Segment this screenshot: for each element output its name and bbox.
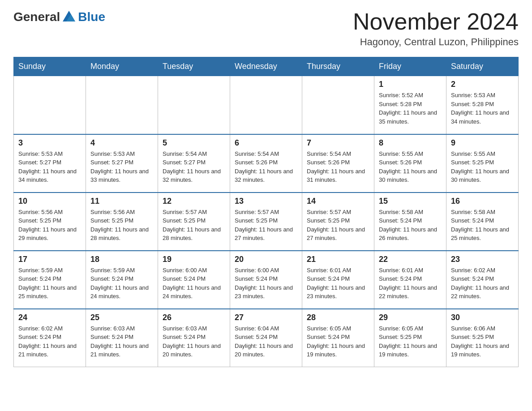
calendar-cell: 3Sunrise: 5:53 AMSunset: 5:27 PMDaylight…: [14, 134, 86, 193]
day-info: Sunrise: 6:00 AMSunset: 5:24 PMDaylight:…: [235, 266, 297, 301]
day-info: Sunrise: 5:56 AMSunset: 5:25 PMDaylight:…: [18, 208, 81, 243]
day-number: 4: [90, 138, 153, 148]
day-number: 20: [235, 255, 297, 264]
calendar-cell: 11Sunrise: 5:56 AMSunset: 5:25 PMDayligh…: [86, 193, 158, 251]
calendar-cell: 28Sunrise: 6:05 AMSunset: 5:24 PMDayligh…: [302, 309, 374, 367]
day-info: Sunrise: 5:58 AMSunset: 5:24 PMDaylight:…: [379, 208, 442, 243]
calendar-cell: 30Sunrise: 6:06 AMSunset: 5:25 PMDayligh…: [446, 309, 519, 367]
calendar-cell: 18Sunrise: 5:59 AMSunset: 5:24 PMDayligh…: [86, 251, 158, 309]
calendar-cell: 17Sunrise: 5:59 AMSunset: 5:24 PMDayligh…: [14, 251, 86, 309]
calendar-week-row: 1Sunrise: 5:52 AMSunset: 5:28 PMDaylight…: [14, 76, 519, 134]
day-info: Sunrise: 6:02 AMSunset: 5:24 PMDaylight:…: [451, 266, 514, 301]
day-info: Sunrise: 5:53 AMSunset: 5:27 PMDaylight:…: [18, 150, 81, 184]
calendar-week-row: 10Sunrise: 5:56 AMSunset: 5:25 PMDayligh…: [14, 193, 519, 251]
calendar-header-sunday: Sunday: [14, 57, 86, 76]
calendar-cell: 21Sunrise: 6:01 AMSunset: 5:24 PMDayligh…: [302, 251, 374, 309]
calendar-cell: 27Sunrise: 6:04 AMSunset: 5:24 PMDayligh…: [230, 309, 302, 367]
day-info: Sunrise: 5:57 AMSunset: 5:25 PMDaylight:…: [307, 208, 369, 243]
logo: General Blue: [13, 9, 105, 25]
day-number: 26: [163, 313, 225, 322]
calendar-cell: 25Sunrise: 6:03 AMSunset: 5:24 PMDayligh…: [86, 309, 158, 367]
day-number: 30: [451, 313, 514, 322]
day-info: Sunrise: 6:03 AMSunset: 5:24 PMDaylight:…: [163, 324, 225, 359]
day-number: 28: [307, 313, 369, 322]
title-section: November 2024 Hagonoy, Central Luzon, Ph…: [353, 9, 519, 48]
day-number: 5: [163, 138, 225, 148]
day-info: Sunrise: 5:56 AMSunset: 5:25 PMDaylight:…: [90, 208, 153, 243]
day-number: 8: [379, 138, 442, 148]
calendar-cell: 23Sunrise: 6:02 AMSunset: 5:24 PMDayligh…: [446, 251, 519, 309]
logo-blue: Blue: [78, 10, 105, 24]
location-subtitle: Hagonoy, Central Luzon, Philippines: [353, 36, 519, 48]
logo-icon: [61, 9, 77, 25]
calendar-header-friday: Friday: [374, 57, 446, 76]
calendar-cell: 13Sunrise: 5:57 AMSunset: 5:25 PMDayligh…: [230, 193, 302, 251]
day-number: 2: [451, 80, 514, 89]
calendar-cell: 15Sunrise: 5:58 AMSunset: 5:24 PMDayligh…: [374, 193, 446, 251]
day-number: 15: [379, 197, 442, 206]
day-number: 6: [235, 138, 297, 148]
day-info: Sunrise: 5:59 AMSunset: 5:24 PMDaylight:…: [90, 266, 153, 301]
day-info: Sunrise: 6:06 AMSunset: 5:25 PMDaylight:…: [451, 324, 514, 359]
calendar-header-row: SundayMondayTuesdayWednesdayThursdayFrid…: [14, 57, 519, 76]
day-info: Sunrise: 6:03 AMSunset: 5:24 PMDaylight:…: [90, 324, 153, 359]
day-number: 3: [18, 138, 81, 148]
calendar-header-tuesday: Tuesday: [158, 57, 230, 76]
day-number: 12: [163, 197, 225, 206]
day-number: 1: [379, 80, 442, 89]
day-number: 18: [90, 255, 153, 264]
day-info: Sunrise: 6:01 AMSunset: 5:24 PMDaylight:…: [307, 266, 369, 301]
day-number: 21: [307, 255, 369, 264]
day-info: Sunrise: 5:55 AMSunset: 5:26 PMDaylight:…: [379, 150, 442, 184]
day-info: Sunrise: 5:54 AMSunset: 5:26 PMDaylight:…: [235, 150, 297, 184]
calendar-cell: [14, 76, 86, 134]
calendar-week-row: 24Sunrise: 6:02 AMSunset: 5:24 PMDayligh…: [14, 309, 519, 367]
calendar-header-monday: Monday: [86, 57, 158, 76]
day-info: Sunrise: 6:02 AMSunset: 5:24 PMDaylight:…: [18, 324, 81, 359]
logo-general: General: [13, 10, 60, 24]
day-number: 22: [379, 255, 442, 264]
calendar-cell: 24Sunrise: 6:02 AMSunset: 5:24 PMDayligh…: [14, 309, 86, 367]
calendar-cell: 10Sunrise: 5:56 AMSunset: 5:25 PMDayligh…: [14, 193, 86, 251]
day-number: 23: [451, 255, 514, 264]
calendar-cell: 2Sunrise: 5:53 AMSunset: 5:28 PMDaylight…: [446, 76, 519, 134]
day-info: Sunrise: 5:55 AMSunset: 5:25 PMDaylight:…: [451, 150, 514, 184]
calendar-cell: 1Sunrise: 5:52 AMSunset: 5:28 PMDaylight…: [374, 76, 446, 134]
day-info: Sunrise: 6:00 AMSunset: 5:24 PMDaylight:…: [163, 266, 225, 301]
day-number: 11: [90, 197, 153, 206]
calendar-cell: 4Sunrise: 5:53 AMSunset: 5:27 PMDaylight…: [86, 134, 158, 193]
day-info: Sunrise: 5:54 AMSunset: 5:27 PMDaylight:…: [163, 150, 225, 184]
day-number: 29: [379, 313, 442, 322]
day-info: Sunrise: 5:59 AMSunset: 5:24 PMDaylight:…: [18, 266, 81, 301]
day-number: 14: [307, 197, 369, 206]
day-info: Sunrise: 5:54 AMSunset: 5:26 PMDaylight:…: [307, 150, 369, 184]
calendar-week-row: 17Sunrise: 5:59 AMSunset: 5:24 PMDayligh…: [14, 251, 519, 309]
calendar-cell: [86, 76, 158, 134]
calendar-cell: 12Sunrise: 5:57 AMSunset: 5:25 PMDayligh…: [158, 193, 230, 251]
day-info: Sunrise: 5:53 AMSunset: 5:28 PMDaylight:…: [451, 91, 514, 126]
day-info: Sunrise: 5:53 AMSunset: 5:27 PMDaylight:…: [90, 150, 153, 184]
calendar-header-wednesday: Wednesday: [230, 57, 302, 76]
page-header: General Blue November 2024 Hagonoy, Cent…: [13, 9, 519, 48]
calendar-cell: 8Sunrise: 5:55 AMSunset: 5:26 PMDaylight…: [374, 134, 446, 193]
day-number: 7: [307, 138, 369, 148]
day-info: Sunrise: 5:57 AMSunset: 5:25 PMDaylight:…: [235, 208, 297, 243]
day-number: 16: [451, 197, 514, 206]
day-number: 13: [235, 197, 297, 206]
day-number: 25: [90, 313, 153, 322]
day-info: Sunrise: 6:04 AMSunset: 5:24 PMDaylight:…: [235, 324, 297, 359]
calendar-cell: 20Sunrise: 6:00 AMSunset: 5:24 PMDayligh…: [230, 251, 302, 309]
calendar-cell: [302, 76, 374, 134]
day-number: 9: [451, 138, 514, 148]
calendar-table: SundayMondayTuesdayWednesdayThursdayFrid…: [13, 57, 519, 367]
day-info: Sunrise: 6:05 AMSunset: 5:25 PMDaylight:…: [379, 324, 442, 359]
calendar-cell: 16Sunrise: 5:58 AMSunset: 5:24 PMDayligh…: [446, 193, 519, 251]
day-number: 24: [18, 313, 81, 322]
calendar-cell: 22Sunrise: 6:01 AMSunset: 5:24 PMDayligh…: [374, 251, 446, 309]
calendar-cell: 7Sunrise: 5:54 AMSunset: 5:26 PMDaylight…: [302, 134, 374, 193]
calendar-cell: 14Sunrise: 5:57 AMSunset: 5:25 PMDayligh…: [302, 193, 374, 251]
calendar-header-thursday: Thursday: [302, 57, 374, 76]
day-number: 10: [18, 197, 81, 206]
calendar-week-row: 3Sunrise: 5:53 AMSunset: 5:27 PMDaylight…: [14, 134, 519, 193]
calendar-cell: 29Sunrise: 6:05 AMSunset: 5:25 PMDayligh…: [374, 309, 446, 367]
